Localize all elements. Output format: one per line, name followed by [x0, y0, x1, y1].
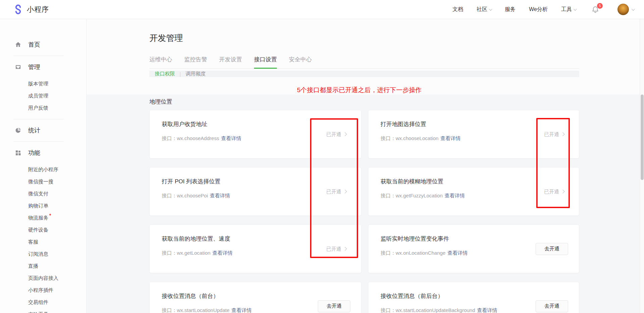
view-details-link[interactable]: 查看详情: [212, 250, 233, 256]
sidebar-item-manage[interactable]: 管理: [0, 61, 86, 73]
nav-tools[interactable]: 工具: [561, 6, 576, 13]
sidebar-item-wechat-search[interactable]: 微信搜一搜: [0, 176, 86, 188]
sidebar-item-features[interactable]: 功能: [0, 147, 86, 159]
go-activate-button[interactable]: 去开通: [318, 300, 350, 312]
sidebar-item-hardware[interactable]: 硬件设备: [0, 224, 86, 236]
subtab-separator: |: [180, 71, 181, 77]
tab-security-center[interactable]: 安全中心: [289, 56, 312, 69]
sidebar-item-version-manage[interactable]: 版本管理: [0, 78, 86, 90]
sidebar-divider: [13, 56, 64, 56]
status-opened[interactable]: 已开通: [326, 246, 346, 252]
status-opened[interactable]: 已开通: [326, 131, 346, 137]
view-details-link[interactable]: 查看详情: [210, 193, 230, 198]
sidebar-item-live[interactable]: 直播: [0, 260, 86, 272]
api-label-prefix: 接口：: [381, 250, 396, 256]
home-icon: [15, 41, 21, 48]
sidebar-item-home[interactable]: 首页: [0, 39, 86, 51]
chevron-down-icon: [489, 7, 492, 11]
api-card-choose-poi: 打开 POI 列表选择位置 接口：wx.choosePoi查看详情 已开通: [149, 167, 361, 216]
top-nav: 文档 社区 服务 We分析 工具 5: [452, 4, 634, 15]
section-title-geolocation: 地理位置: [149, 98, 644, 106]
nav-services[interactable]: 服务: [505, 6, 515, 13]
view-details-link[interactable]: 查看详情: [232, 307, 252, 313]
tab-api-settings[interactable]: 接口设置: [254, 56, 277, 69]
api-name: wx.choosePoi: [177, 193, 208, 198]
api-name: wx.onLocationChange: [396, 250, 445, 256]
chevron-right-icon: [343, 132, 347, 136]
grid-icon: [15, 149, 21, 156]
subtab-bar: 接口权限 | 调用额度: [149, 71, 579, 77]
api-card-zone: 地理位置 获取用户收货地址 接口：wx.chooseAddress查看详情 已开…: [87, 95, 644, 313]
status-opened[interactable]: 已开通: [326, 188, 346, 195]
new-badge-dot: [49, 214, 51, 215]
sidebar-item-shopping-orders[interactable]: 购物订单: [0, 200, 86, 212]
scrollbar-thumb[interactable]: [641, 95, 644, 180]
sidebar-item-customer-service[interactable]: 客服: [0, 236, 86, 248]
nav-weanalytics[interactable]: We分析: [529, 6, 548, 13]
sidebar-item-member-manage[interactable]: 成员管理: [0, 90, 86, 102]
subtab-api-permissions[interactable]: 接口权限: [155, 71, 175, 77]
go-activate-button[interactable]: 去开通: [536, 300, 568, 312]
sidebar-item-trade-components[interactable]: 交易组件: [0, 296, 86, 308]
api-label-prefix: 接口：: [381, 307, 396, 313]
tab-ops-center[interactable]: 运维中心: [149, 56, 172, 69]
sidebar-item-nearby-miniprograms[interactable]: 附近的小程序: [0, 164, 86, 176]
view-details-link[interactable]: 查看详情: [221, 135, 241, 141]
tray-icon: [15, 64, 21, 70]
api-label-prefix: 接口：: [162, 307, 177, 313]
api-card-start-location-update-background: 接收位置消息（前后台） 接口：wx.startLocationUpdateBac…: [368, 282, 579, 313]
status-opened[interactable]: 已开通: [544, 188, 564, 195]
sidebar-item-logistics[interactable]: 物流服务: [0, 212, 86, 224]
page-title: 开发管理: [149, 33, 644, 44]
chevron-down-icon: [574, 7, 577, 11]
view-details-link[interactable]: 查看详情: [445, 193, 465, 198]
miniprogram-logo[interactable]: 小程序: [13, 4, 49, 15]
tab-dev-settings[interactable]: 开发设置: [219, 56, 242, 69]
sidebar-item-wechat-pay[interactable]: 微信支付: [0, 188, 86, 200]
pie-chart-icon: [15, 127, 21, 134]
sidebar-divider: [13, 141, 64, 142]
api-label-prefix: 接口：: [381, 135, 396, 141]
api-label-prefix: 接口：: [162, 193, 177, 198]
logo-label: 小程序: [27, 5, 49, 14]
sidebar-item-stats[interactable]: 统计: [0, 124, 86, 136]
tab-bar: 运维中心 监控告警 开发设置 接口设置 安全中心: [149, 56, 579, 69]
chevron-right-icon: [561, 190, 564, 193]
api-name: wx.getFuzzyLocation: [396, 193, 443, 198]
top-header: 小程序 文档 社区 服务 We分析 工具 5: [0, 0, 644, 19]
tab-monitor-alerts[interactable]: 监控告警: [184, 56, 207, 69]
avatar: [617, 4, 629, 15]
sidebar: 首页 管理 版本管理 成员管理 用户反馈 统计 功能: [0, 19, 87, 313]
view-details-link[interactable]: 查看详情: [441, 135, 461, 141]
api-card-choose-location: 打开地图选择位置 接口：wx.chooseLocation查看详情 已开通: [368, 110, 579, 159]
status-opened[interactable]: 已开通: [544, 131, 564, 137]
sidebar-divider: [13, 119, 64, 119]
notification-bell-button[interactable]: 5: [591, 5, 599, 13]
chevron-right-icon: [561, 132, 564, 136]
go-activate-button[interactable]: 去开通: [536, 243, 568, 255]
api-name: wx.startLocationUpdate: [177, 307, 230, 313]
api-name: wx.getLocation: [177, 250, 210, 256]
sidebar-item-experiment-tools[interactable]: 实验工具: [0, 308, 86, 313]
nav-community[interactable]: 社区: [477, 6, 491, 13]
api-card-grid: 获取用户收货地址 接口：wx.chooseAddress查看详情 已开通 打开地…: [149, 110, 644, 313]
api-label-prefix: 接口：: [162, 135, 177, 141]
nav-docs[interactable]: 文档: [452, 6, 463, 13]
account-menu[interactable]: [617, 4, 634, 15]
miniprogram-s-icon: [13, 4, 23, 15]
api-card-on-location-change: 监听实时地理位置变化事件 接口：wx.onLocationChange查看详情 …: [368, 225, 579, 273]
notification-count-badge: 5: [597, 3, 603, 9]
subtab-call-quota[interactable]: 调用额度: [186, 71, 206, 77]
api-label-prefix: 接口：: [162, 250, 177, 256]
sidebar-item-subscribe-messages[interactable]: 订阅消息: [0, 248, 86, 260]
api-name: wx.chooseAddress: [177, 135, 219, 141]
api-card-choose-address: 获取用户收货地址 接口：wx.chooseAddress查看详情 已开通: [149, 110, 361, 159]
view-details-link[interactable]: 查看详情: [477, 307, 497, 313]
view-details-link[interactable]: 查看详情: [447, 250, 467, 256]
sidebar-item-user-feedback[interactable]: 用户反馈: [0, 102, 86, 114]
api-card-get-fuzzy-location: 获取当前的模糊地理位置 接口：wx.getFuzzyLocation查看详情 已…: [368, 167, 579, 216]
sidebar-item-page-content-access[interactable]: 页面内容接入: [0, 272, 86, 284]
sidebar-item-miniprogram-plugins[interactable]: 小程序插件: [0, 284, 86, 296]
chevron-down-icon: [632, 7, 635, 11]
chevron-right-icon: [343, 247, 347, 251]
